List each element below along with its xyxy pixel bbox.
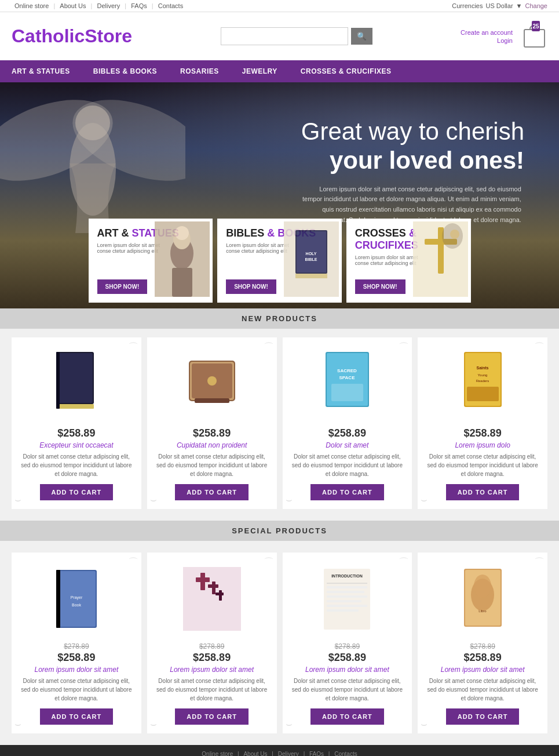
- special-price-3: $258.89: [328, 652, 366, 664]
- product-image-4: Saints Young Readers: [461, 346, 505, 421]
- sp-corner-bl-2: ⌣: [150, 718, 157, 730]
- svg-rect-63: [327, 609, 359, 612]
- svg-rect-62: [327, 605, 367, 607]
- special-price-4: $258.89: [464, 652, 502, 664]
- nav-art-statues[interactable]: ART & STATUES: [0, 60, 82, 82]
- sp-corner-bl-1: ⌣: [14, 718, 21, 730]
- sp-corner-bl-4: ⌣: [421, 718, 428, 730]
- nav-crosses[interactable]: CROSSES & CRUCIFIXES: [289, 60, 403, 82]
- corner-deco-tr: ⌒: [128, 340, 138, 354]
- product-price-2: $258.89: [193, 427, 231, 439]
- footer-link-about[interactable]: About Us: [243, 751, 267, 756]
- product-name-1: Excepteur sint occaecat: [39, 441, 113, 449]
- svg-rect-58: [327, 586, 367, 588]
- top-link-store[interactable]: Online store: [14, 2, 49, 9]
- svg-rect-10: [172, 268, 192, 297]
- currency-label: Currencies: [452, 2, 483, 9]
- svg-rect-48: [183, 567, 241, 631]
- special-image-3: INTRODUCTION: [321, 561, 373, 637]
- nav-rosaries[interactable]: ROSARIES: [169, 60, 231, 82]
- special-product-4: ⌒ Libro $278.89 $258.89 Lorem ipsum dolo…: [418, 553, 547, 733]
- nav-jewelry[interactable]: JEWELRY: [231, 60, 289, 82]
- logo-text2: Store: [85, 26, 132, 46]
- product-price-1: $258.89: [57, 427, 95, 439]
- add-to-cart-2[interactable]: ADD TO CART: [175, 484, 249, 500]
- special-add-to-cart-4[interactable]: ADD TO CART: [446, 708, 520, 725]
- currency-value: US Dollar: [485, 2, 513, 9]
- add-to-cart-1[interactable]: ADD TO CART: [40, 484, 114, 500]
- footer-link-faqs[interactable]: FAQs: [309, 751, 324, 756]
- art-shop-now-button[interactable]: SHOP NOW!: [97, 279, 148, 294]
- product-name-3: Dolor sit amet: [326, 441, 368, 449]
- special-products-section: SPECIAL PRODUCTS ⌒ Prayer Book $278.89 $…: [0, 521, 559, 745]
- top-link-faqs[interactable]: FAQs: [131, 2, 147, 9]
- svg-rect-36: [331, 384, 363, 401]
- svg-text:Prayer: Prayer: [71, 595, 83, 600]
- angel-image: [0, 82, 185, 233]
- special-name-2: Lorem ipsum dolor sit amet: [170, 666, 254, 674]
- top-bar: Online store | About Us | Delivery | FAQ…: [0, 0, 559, 12]
- hero-section: Great way to cherish your loved ones! Lo…: [0, 82, 559, 308]
- special-desc-4: Dolor sit amet conse ctetur adipiscing e…: [426, 677, 539, 703]
- add-to-cart-4[interactable]: ADD TO CART: [446, 484, 520, 500]
- top-link-delivery[interactable]: Delivery: [97, 2, 120, 9]
- svg-rect-50: [196, 577, 210, 582]
- cart-widget[interactable]: 25: [521, 21, 547, 52]
- logo-text1: Catholic: [12, 26, 85, 46]
- new-product-3: ⌒ SACRED SPACE $258.89 Dolor sit amet Do…: [283, 337, 412, 509]
- currency-selector: Currencies US Dollar ▼ Change: [452, 2, 547, 9]
- svg-rect-17: [295, 274, 327, 278]
- svg-text:SPACE: SPACE: [339, 375, 355, 380]
- hero-text: Great way to cherish your loved ones! Lo…: [301, 117, 524, 225]
- logo: CatholicStore: [12, 26, 132, 47]
- product-image-1: [48, 346, 105, 421]
- new-product-1: ⌒ $258.89 Excepteur sint occaecat Dolor …: [12, 337, 141, 509]
- special-products-grid: ⌒ Prayer Book $278.89 $258.89 Lorem ipsu…: [0, 544, 559, 745]
- footer-link-store[interactable]: Online store: [202, 751, 233, 756]
- crosses-card-image: [413, 221, 468, 297]
- svg-rect-31: [195, 398, 229, 403]
- search-input[interactable]: [221, 27, 348, 45]
- svg-rect-54: [215, 593, 224, 595]
- svg-text:Book: Book: [72, 603, 81, 607]
- svg-text:25: 25: [532, 23, 539, 30]
- main-nav: ART & STATUES BIBLES & BOOKS ROSARIES JE…: [0, 60, 559, 82]
- bibles-shop-now-button[interactable]: SHOP NOW!: [226, 279, 276, 294]
- svg-rect-0: [524, 30, 545, 47]
- product-desc-3: Dolor sit amet conse ctetur adipiscing e…: [291, 452, 404, 478]
- sp-corner-4: ⌒: [534, 555, 545, 569]
- special-add-to-cart-1[interactable]: ADD TO CART: [40, 708, 114, 725]
- special-old-price-3: $278.89: [335, 642, 360, 650]
- top-link-contacts[interactable]: Contacts: [158, 2, 183, 9]
- special-image-4: Libro: [461, 561, 505, 637]
- special-product-3: ⌒ INTRODUCTION $278.89 $258.: [283, 553, 412, 733]
- nav-bibles-books[interactable]: BIBLES & BOOKS: [82, 60, 169, 82]
- special-desc-1: Dolor sit amet conse ctetur adipiscing e…: [20, 677, 133, 703]
- login-link[interactable]: Login: [497, 37, 513, 44]
- create-account-link[interactable]: Create an account: [461, 29, 513, 36]
- svg-rect-24: [57, 353, 93, 403]
- header: CatholicStore 🔍 Create an account Login …: [0, 12, 559, 60]
- footer-link-delivery[interactable]: Delivery: [278, 751, 299, 756]
- bibles-card-image: HOLY BIBLE: [284, 221, 339, 297]
- footer-link-contacts[interactable]: Contacts: [334, 751, 357, 756]
- search-button[interactable]: 🔍: [351, 28, 372, 45]
- crosses-shop-now-button[interactable]: SHOP NOW!: [355, 279, 405, 294]
- product-image-3: SACRED SPACE: [320, 346, 375, 421]
- special-add-to-cart-2[interactable]: ADD TO CART: [175, 708, 249, 725]
- sp-corner-bl-3: ⌣: [286, 718, 293, 730]
- cart-icon: 25: [521, 21, 547, 50]
- top-link-about[interactable]: About Us: [60, 2, 86, 9]
- special-price-2: $258.89: [193, 652, 231, 664]
- special-old-price-1: $278.89: [64, 642, 89, 650]
- special-desc-2: Dolor sit amet conse ctetur adipiscing e…: [156, 677, 268, 703]
- new-products-grid: ⌒ $258.89 Excepteur sint occaecat Dolor …: [0, 329, 559, 521]
- special-image-1: Prayer Book: [53, 561, 100, 637]
- special-add-to-cart-3[interactable]: ADD TO CART: [310, 708, 384, 725]
- special-product-1: ⌒ Prayer Book $278.89 $258.89 Lorem ipsu…: [12, 553, 141, 733]
- add-to-cart-3[interactable]: ADD TO CART: [310, 484, 384, 500]
- special-desc-3: Dolor sit amet conse ctetur adipiscing e…: [291, 677, 404, 703]
- currency-change-link[interactable]: Change: [525, 2, 547, 9]
- product-desc-4: Dolor sit amet conse ctetur adipiscing e…: [426, 452, 539, 478]
- product-desc-2: Dolor sit amet conse ctetur adipiscing e…: [156, 452, 268, 478]
